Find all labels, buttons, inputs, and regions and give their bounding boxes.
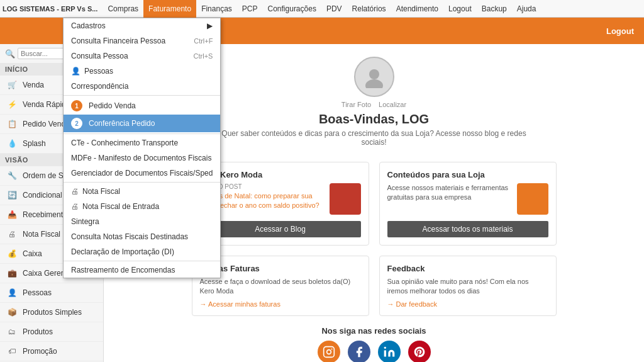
dropdown-mdfe[interactable]: MDFe - Manifesto de Documentos Fiscais — [64, 150, 220, 166]
dropdown-conferencia-pedido[interactable]: 2 Conferência Pedido — [64, 115, 220, 132]
conditional-icon: 🔄 — [6, 189, 18, 201]
menu-pcp[interactable]: PCP — [237, 0, 263, 18]
linkedin-icon[interactable] — [378, 341, 401, 362]
svg-point-3 — [326, 349, 331, 354]
dropdown-cadastros[interactable]: Cadastros ▶ — [64, 18, 220, 33]
wrench-icon: 🔧 — [6, 170, 18, 181]
svg-point-0 — [369, 69, 379, 79]
dropdown-correspondencia[interactable]: Correspondência — [64, 79, 220, 94]
feedback-card-body: Sua opinião vale muito para nós! Com ela… — [387, 277, 548, 297]
dropdown-consulta-notas[interactable]: Consulta Notas Fiscais Destinadas — [64, 229, 220, 244]
content-card-body-text: Acesse nossos materiais e ferramentas gr… — [387, 183, 511, 203]
search-icon: 🔍 — [5, 49, 15, 59]
menu-configuracoes[interactable]: Configurações — [263, 0, 321, 18]
separator-2 — [64, 133, 220, 134]
faturas-link[interactable]: → Acessar minhas faturas — [200, 300, 361, 308]
menu-ajuda[interactable]: Ajuda — [512, 0, 541, 18]
linkedin-svg — [383, 346, 396, 358]
menu-bar: LOG SISTEMAS - ERP Vs S... Compras Fatur… — [0, 0, 644, 18]
separator-1 — [64, 95, 220, 96]
dropdown-cte-label: CTe - Conhecimento Transporte — [71, 139, 178, 147]
content-thumbnail — [517, 183, 548, 215]
sidebar-item-produtos-simples-label: Produtos Simples — [23, 308, 82, 317]
sidebar-item-venda-label: Venda — [23, 81, 44, 89]
menu-pdv[interactable]: PDV — [321, 0, 347, 18]
note-fiscal-icon: 🖨 — [6, 229, 18, 240]
splash-icon: 💧 — [6, 138, 18, 149]
dropdown-rastreamento[interactable]: Rastreamento de Encomendas — [64, 263, 220, 278]
note-in-icon: 🖨 — [71, 202, 79, 211]
sidebar-item-produtos[interactable]: 🗂 Produtos — [0, 322, 103, 342]
dropdown-consulta-financeira[interactable]: Consulta Financeira Pessoa Ctrl+F — [64, 33, 220, 48]
instagram-icon[interactable] — [318, 341, 340, 362]
dropdown-consulta-pessoa-label: Consulta Pessoa — [71, 52, 128, 60]
box-icon: 📦 — [6, 307, 18, 318]
pinterest-icon[interactable] — [408, 341, 431, 362]
dropdown-cte[interactable]: CTe - Conhecimento Transporte — [64, 135, 220, 150]
feedback-card: Feedback Sua opinião vale muito para nós… — [379, 256, 557, 316]
sidebar-item-splash-label: Splash — [23, 139, 46, 148]
cards-grid: Blog Kero Moda ÚLTIMO POST Vendas de Nat… — [192, 162, 557, 316]
cart-icon: 🛒 — [6, 79, 18, 91]
boxes-icon: 🗂 — [6, 326, 18, 337]
dropdown-declaracao-label: Declaração de Importação (DI) — [71, 247, 174, 256]
dropdown-nota-fiscal[interactable]: 🖨 Nota Fiscal — [64, 184, 220, 199]
dropdown-consulta-pessoa[interactable]: Consulta Pessoa Ctrl+S — [64, 48, 220, 64]
dropdown-cadastros-label: Cadastros — [71, 21, 106, 30]
menu-backup[interactable]: Backup — [477, 0, 512, 18]
blog-thumbnail — [330, 183, 361, 215]
dropdown-sintegra[interactable]: Sintegra — [64, 214, 220, 229]
shortcut-ctrl-f: Ctrl+F — [194, 37, 213, 45]
dropdown-nota-fiscal-label: Nota Fiscal — [82, 187, 120, 196]
svg-rect-2 — [323, 346, 334, 357]
social-icons — [192, 341, 557, 362]
dropdown-consulta-notas-label: Consulta Notas Fiscais Destinadas — [71, 232, 188, 241]
menu-faturamento[interactable]: Faturamento — [143, 0, 196, 18]
sidebar-item-promocao[interactable]: 🏷 Promoção — [0, 342, 103, 361]
sidebar-item-produtos-label: Produtos — [23, 327, 53, 336]
feedback-link[interactable]: → Dar feedback — [387, 300, 548, 308]
welcome-title: Boas-Vindas, LOG — [319, 112, 429, 127]
dropdown-nota-fiscal-entrada[interactable]: 🖨 Nota Fiscal de Entrada — [64, 199, 220, 214]
facebook-icon[interactable] — [348, 341, 370, 362]
profile-section: Tirar Foto Localizar Boas-Vindas, LOG Qu… — [217, 57, 531, 147]
flash-icon: ⚡ — [6, 99, 18, 110]
menu-atendimento[interactable]: Atendimento — [391, 0, 443, 18]
badge-1: 1 — [71, 100, 82, 111]
menu-relatorios[interactable]: Relatórios — [347, 0, 391, 18]
dropdown-gerenciador[interactable]: Gerenciador de Documentos Fiscais/Sped — [64, 166, 220, 181]
social-title: Nos siga nas redes sociais — [192, 326, 557, 336]
faturas-card-title: Minhas Faturas — [200, 264, 361, 273]
svg-point-4 — [331, 348, 332, 349]
dropdown-nota-fiscal-entrada-label: Nota Fiscal de Entrada — [82, 202, 159, 211]
sidebar-item-pessoas[interactable]: 👤 Pessoas — [0, 283, 103, 303]
blog-btn[interactable]: Acessar o Blog — [200, 221, 361, 237]
dropdown-gerenciador-label: Gerenciador de Documentos Fiscais/Sped — [71, 169, 213, 178]
dropdown-declaracao[interactable]: Declaração de Importação (DI) — [64, 244, 220, 259]
dropdown-pessoas[interactable]: 👤 Pessoas — [64, 64, 220, 79]
menu-compras[interactable]: Compras — [103, 0, 143, 18]
faturamento-dropdown: Cadastros ▶ Consulta Financeira Pessoa C… — [63, 18, 221, 278]
shortcut-ctrl-s: Ctrl+S — [194, 52, 213, 60]
avatar-actions: Tirar Foto Localizar — [341, 101, 406, 108]
content-card-title: Conteúdos para sua Loja — [387, 170, 548, 179]
cash-icon: 💰 — [6, 248, 18, 259]
header-logout-button[interactable]: Logout — [606, 26, 634, 36]
badge-2: 2 — [71, 118, 82, 129]
sidebar-item-produtos-simples[interactable]: 📦 Produtos Simples — [0, 303, 103, 322]
avatar-photo-btn[interactable]: Tirar Foto — [341, 101, 371, 108]
sidebar-item-caixa-label: Caixa — [23, 249, 42, 258]
content-btn[interactable]: Acessar todos os materiais — [387, 221, 548, 237]
pessoas-icon: 👤 — [6, 287, 18, 298]
avatar-locate-btn[interactable]: Localizar — [379, 101, 406, 108]
menu-financas[interactable]: Finanças — [196, 0, 237, 18]
sidebar-item-nota-fiscal-label: Nota Fiscal — [23, 230, 60, 239]
menu-logout-top[interactable]: Logout — [443, 0, 477, 18]
dropdown-pedido-venda-label: Pedido Venda — [89, 101, 136, 110]
content-card: Conteúdos para sua Loja Acesse nossos ma… — [379, 162, 557, 246]
dropdown-rastreamento-label: Rastreamento de Encomendas — [71, 266, 175, 274]
separator-3 — [64, 182, 220, 183]
feedback-link-text: → Dar feedback — [387, 300, 437, 308]
dropdown-pedido-venda[interactable]: 1 Pedido Venda — [64, 97, 220, 115]
sidebar-item-pessoas-label: Pessoas — [23, 288, 52, 297]
